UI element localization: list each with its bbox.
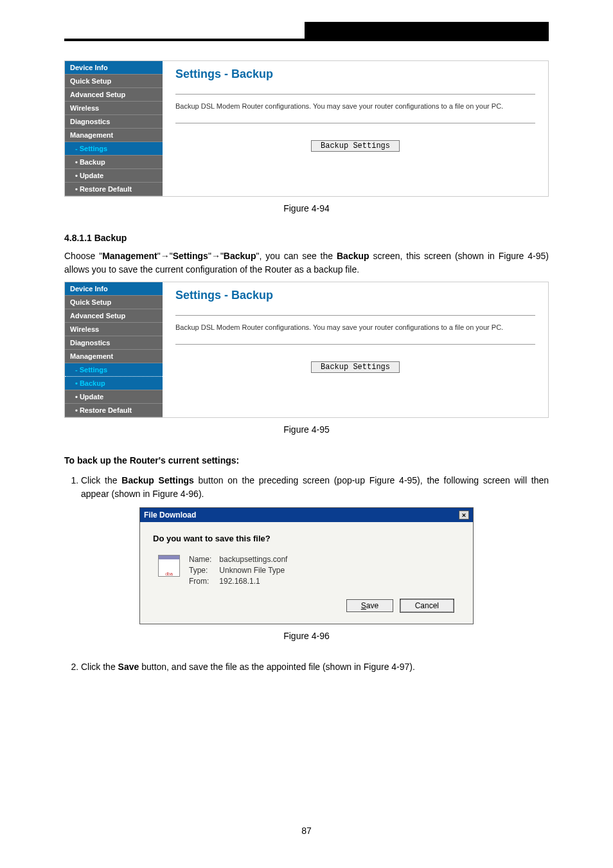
figure-94-screenshot: Device Info Quick Setup Advanced Setup W…: [64, 60, 549, 197]
sidebar-restore-default[interactable]: • Restore Default: [65, 183, 163, 196]
dialog-titlebar: File Download ×: [140, 508, 473, 522]
sidebar-diagnostics[interactable]: Diagnostics: [65, 115, 163, 129]
step-1: Click the Backup Settings button on the …: [81, 474, 549, 501]
sidebar: Device Info Quick Setup Advanced Setup W…: [65, 61, 163, 196]
figure-95-caption: Figure 4-95: [64, 424, 549, 435]
sidebar-quick-setup[interactable]: Quick Setup: [65, 75, 163, 88]
sidebar-backup[interactable]: • Backup: [65, 156, 163, 169]
to-back-up-line: To back up the Router's current settings…: [64, 454, 549, 467]
sidebar-update-2[interactable]: • Update: [65, 390, 163, 404]
figure-94-caption: Figure 4-94: [64, 203, 549, 213]
section-heading: 4.8.1.1 Backup: [64, 233, 549, 243]
dialog-title: File Download: [144, 511, 196, 520]
step-2: Click the Save button, and save the file…: [81, 660, 549, 674]
sidebar-restore-default-2[interactable]: • Restore Default: [65, 404, 163, 417]
content-title-2: Settings - Backup: [175, 289, 535, 302]
sidebar-wireless[interactable]: Wireless: [65, 102, 163, 115]
content-panel-2: Settings - Backup Backup DSL Modem Route…: [163, 282, 548, 417]
figure-95-screenshot: Device Info Quick Setup Advanced Setup W…: [64, 282, 549, 418]
dialog-question: Do you want to save this file?: [153, 534, 460, 543]
sidebar-management-2[interactable]: Management: [65, 350, 163, 363]
sidebar-diagnostics-2[interactable]: Diagnostics: [65, 336, 163, 350]
sidebar-device-info[interactable]: Device Info: [65, 61, 163, 75]
doc-header-blackbar: [305, 22, 549, 39]
sidebar-settings[interactable]: - Settings: [65, 142, 163, 156]
sidebar-2: Device Info Quick Setup Advanced Setup W…: [65, 282, 163, 417]
page-number: 87: [0, 826, 613, 836]
content-title: Settings - Backup: [175, 68, 535, 81]
dialog-file-info: Name: backupsettings.conf Type: Unknown …: [189, 555, 287, 588]
save-button[interactable]: Save: [346, 599, 393, 612]
backup-settings-button[interactable]: Backup Settings: [311, 140, 400, 152]
sidebar-advanced-setup[interactable]: Advanced Setup: [65, 88, 163, 102]
sidebar-settings-2[interactable]: - Settings: [65, 363, 163, 377]
sidebar-update[interactable]: • Update: [65, 169, 163, 183]
sidebar-backup-2[interactable]: • Backup: [65, 377, 163, 390]
backup-settings-button-2[interactable]: Backup Settings: [311, 361, 400, 373]
paragraph-choose: Choose "Management"→"Settings"→"Backup",…: [64, 249, 549, 276]
content-description: Backup DSL Modem Router configurations. …: [175, 102, 535, 110]
cancel-button[interactable]: Cancel: [400, 599, 454, 612]
file-icon: dba: [158, 555, 180, 577]
content-description-2: Backup DSL Modem Router configurations. …: [175, 323, 535, 331]
close-icon[interactable]: ×: [459, 511, 469, 520]
content-panel: Settings - Backup Backup DSL Modem Route…: [163, 61, 548, 196]
sidebar-advanced-setup-2[interactable]: Advanced Setup: [65, 309, 163, 323]
sidebar-quick-setup-2[interactable]: Quick Setup: [65, 296, 163, 309]
file-download-dialog: File Download × Do you want to save this…: [139, 507, 474, 624]
sidebar-device-info-2[interactable]: Device Info: [65, 282, 163, 296]
figure-96-caption: Figure 4-96: [64, 631, 549, 641]
sidebar-management[interactable]: Management: [65, 129, 163, 142]
sidebar-wireless-2[interactable]: Wireless: [65, 323, 163, 336]
